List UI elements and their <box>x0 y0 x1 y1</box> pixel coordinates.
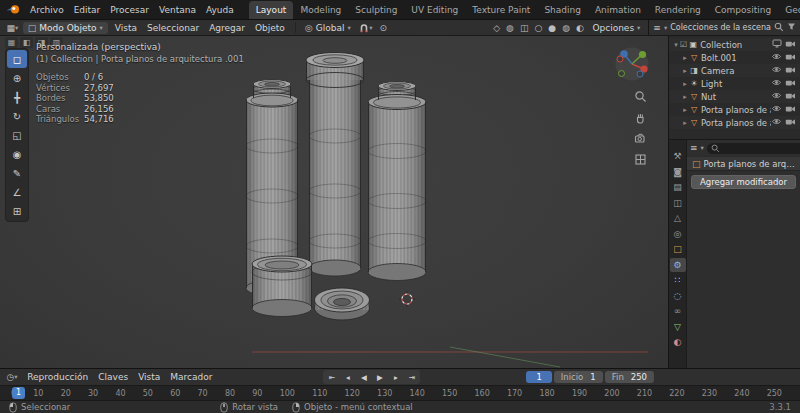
tab-render[interactable]: ◙ <box>670 165 686 179</box>
tab-physics[interactable]: ◌ <box>670 289 686 303</box>
viewport-menu-item[interactable]: Vista <box>110 22 142 34</box>
blender-logo-icon[interactable] <box>6 4 21 15</box>
ortho-grid-icon[interactable] <box>634 153 647 168</box>
outliner-item-label[interactable]: Camera <box>701 66 771 76</box>
zoom-icon[interactable] <box>634 90 647 105</box>
outliner-item-label[interactable]: Porta planos de arquit <box>701 118 771 128</box>
ruler-frame-label[interactable]: 50 <box>143 386 153 401</box>
properties-editor-icon[interactable]: ≡ <box>690 143 698 153</box>
workspace-tab[interactable]: Geometry Nodes <box>778 1 800 19</box>
move-tool[interactable]: ╋ <box>7 88 27 106</box>
workspace-tab[interactable]: Shading <box>537 1 588 19</box>
breadcrumb-object-name[interactable]: Porta planos de arquitectura ... <box>704 159 795 169</box>
ruler-frame-label[interactable]: 200 <box>604 386 619 401</box>
playhead[interactable]: 1 <box>12 387 25 399</box>
ruler-frame-label[interactable]: 120 <box>345 386 360 401</box>
ruler-frame-label[interactable]: 30 <box>88 386 98 401</box>
outliner-item-label[interactable]: Light <box>701 79 771 89</box>
menu-item[interactable]: Procesar <box>105 4 154 16</box>
timeline-menu-item[interactable]: Claves <box>93 371 133 383</box>
shading-rendered-icon[interactable]: ◐ <box>574 23 587 33</box>
lid-ring[interactable] <box>315 288 370 320</box>
options-dropdown[interactable]: Opciones ▾ <box>588 22 644 34</box>
camera-visibility-icon[interactable] <box>785 79 796 89</box>
camera-visibility-icon[interactable] <box>785 53 796 63</box>
ruler-frame-label[interactable]: 80 <box>225 386 235 401</box>
hide-eye-icon[interactable] <box>771 52 782 63</box>
ruler-frame-label[interactable]: 100 <box>280 386 295 401</box>
proportional-editing-icon[interactable]: ⊙ <box>377 23 390 33</box>
ruler-frame-label[interactable]: 110 <box>312 386 327 401</box>
outliner-item-label[interactable]: Nut <box>701 92 771 102</box>
transform-tool[interactable]: ◉ <box>7 145 27 163</box>
ruler-frame-label[interactable]: 60 <box>170 386 180 401</box>
expand-icon[interactable]: ▸ <box>681 67 689 75</box>
hide-eye-icon[interactable] <box>771 65 782 76</box>
timeline-menu-item[interactable]: Vista <box>133 371 165 383</box>
workspace-tab[interactable]: Modeling <box>293 1 348 19</box>
show-overlays-icon[interactable]: ◍ <box>504 23 517 33</box>
ruler-frame-label[interactable]: 230 <box>702 386 717 401</box>
timeline-menu-item[interactable]: Marcador <box>165 371 217 383</box>
outliner-display-mode[interactable]: Colecciones de la escena <box>670 23 771 32</box>
ruler-frame-label[interactable]: 240 <box>734 386 749 401</box>
workspace-tab[interactable]: UV Editing <box>404 1 465 19</box>
outliner-item[interactable]: ▸ ☀ Light <box>669 77 800 90</box>
tab-modifiers[interactable]: ⚙ <box>670 258 686 272</box>
outliner-item[interactable]: ▸ ▽ Porta planos de arquit <box>669 116 800 129</box>
tab-world[interactable]: ◎ <box>670 227 686 241</box>
jump-start-button[interactable]: ⇤ <box>324 371 339 383</box>
orientation-dropdown[interactable]: ◎ Global ▾ <box>301 22 355 34</box>
shading-wireframe-icon[interactable]: ○ <box>532 23 545 33</box>
toggle-xray-icon[interactable]: ◫ <box>517 23 531 33</box>
ruler-frame-label[interactable]: 140 <box>410 386 425 401</box>
ruler-frame-label[interactable]: 220 <box>669 386 684 401</box>
outliner-item[interactable]: ▸ ◨ Camera <box>669 64 800 77</box>
hide-eye-icon[interactable] <box>771 117 782 128</box>
tab-scene[interactable]: △ <box>670 211 686 225</box>
collection-label[interactable]: Collection <box>700 40 772 50</box>
expand-icon[interactable]: ▸ <box>681 80 689 88</box>
rotate-tool[interactable]: ↻ <box>7 107 27 125</box>
ruler-frame-label[interactable]: 170 <box>507 386 522 401</box>
outliner-filter-icon[interactable] <box>787 22 796 33</box>
tab-output[interactable]: ▤ <box>670 180 686 194</box>
cursor-tool[interactable]: ⊕ <box>7 69 27 87</box>
camera-visibility-icon[interactable] <box>785 66 796 76</box>
outliner-collection-row[interactable]: ▾ ☑ ▣ Collection <box>669 38 800 51</box>
menu-item[interactable]: Ayuda <box>201 4 239 16</box>
viewport-menu-item[interactable]: Objeto <box>250 22 290 34</box>
menu-item[interactable]: Editar <box>69 4 106 16</box>
properties-search-input[interactable] <box>722 144 800 153</box>
outliner-item[interactable]: ▸ ▽ Porta planos de arquit <box>669 103 800 116</box>
editor-type-button[interactable]: ▦ ▾ <box>4 23 21 33</box>
hide-eye-icon[interactable] <box>771 91 782 102</box>
navigation-gizmo[interactable] <box>612 44 652 86</box>
tool-settings-icon-2[interactable]: ◧ <box>20 37 33 48</box>
show-gizmos-icon[interactable]: ◇ <box>491 23 503 33</box>
tab-object[interactable]: □ <box>670 242 686 256</box>
workspace-tab[interactable]: Rendering <box>648 1 708 19</box>
outliner-search-icon[interactable] <box>774 22 784 34</box>
timeline-ruler[interactable]: 0102030405060708090100110120130140150160… <box>0 385 800 400</box>
frame-end-field[interactable]: Fin 250 <box>605 371 654 383</box>
outliner-item-label[interactable]: Porta planos de arquit <box>701 105 771 115</box>
snap-magnet-icon[interactable]: ▾ <box>357 23 375 33</box>
viewport-menu-item[interactable]: Seleccionar <box>142 22 204 34</box>
tool-settings-icon-1[interactable]: ▦ <box>5 37 18 48</box>
shading-solid-icon[interactable]: ● <box>546 23 559 33</box>
cylinder-right[interactable] <box>368 82 426 281</box>
ruler-frame-label[interactable]: 180 <box>539 386 554 401</box>
outliner-editor-icon[interactable]: ≡ <box>653 23 661 33</box>
pan-hand-icon[interactable] <box>634 111 647 126</box>
ruler-frame-label[interactable]: 70 <box>198 386 208 401</box>
collection-checkbox[interactable]: ☑ <box>680 40 687 49</box>
camera-view-icon[interactable] <box>634 132 647 147</box>
outliner-item[interactable]: ▸ ▽ Bolt.001 <box>669 51 800 64</box>
workspace-tab[interactable]: Texture Paint <box>465 1 537 19</box>
hide-eye-icon[interactable] <box>771 78 782 89</box>
measure-tool[interactable]: ∠ <box>7 183 27 201</box>
add-cube-tool[interactable]: ⊞ <box>7 202 27 220</box>
camera-visibility-icon[interactable] <box>785 118 796 128</box>
prev-keyframe-button[interactable]: ◂ <box>340 371 355 383</box>
